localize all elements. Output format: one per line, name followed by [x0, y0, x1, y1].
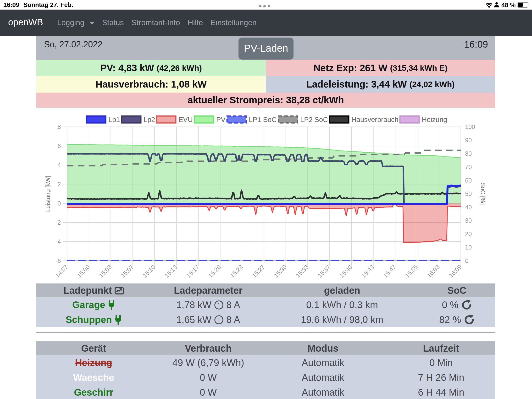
svg-text:0: 0	[58, 200, 61, 207]
svg-text:6: 6	[58, 143, 61, 149]
svg-text:15:03: 15:03	[98, 264, 113, 279]
svg-text:15:37: 15:37	[316, 264, 332, 279]
svg-text:1: 1	[217, 317, 221, 324]
svg-text:15:27: 15:27	[251, 264, 266, 279]
svg-text:90: 90	[465, 137, 472, 144]
svg-text:Leistung [kW]: Leistung [kW]	[44, 176, 51, 212]
svg-text:0: 0	[465, 257, 468, 264]
svg-text:2: 2	[58, 181, 61, 188]
svg-text:15:33: 15:33	[294, 264, 310, 279]
svg-text:4: 4	[58, 162, 61, 168]
svg-text:20: 20	[465, 231, 472, 237]
svg-text:Lp1: Lp1	[108, 116, 120, 123]
svg-text:8: 8	[58, 123, 61, 130]
svg-text:16:09: 16:09	[448, 264, 463, 279]
svg-text:Hausverbrauch: Hausverbrauch	[351, 116, 399, 123]
svg-text:Lp2: Lp2	[144, 116, 155, 123]
svg-text:15:07: 15:07	[119, 264, 135, 279]
svg-text:15:23: 15:23	[229, 264, 244, 279]
svg-text:15:13: 15:13	[163, 264, 178, 279]
svg-text:50: 50	[465, 190, 472, 197]
svg-text:15:17: 15:17	[185, 264, 200, 279]
svg-text:15:00: 15:00	[76, 264, 91, 279]
svg-text:15:40: 15:40	[338, 264, 354, 279]
svg-text:10: 10	[465, 244, 472, 251]
svg-text:-6: -6	[56, 257, 61, 264]
svg-text:PV: PV	[216, 116, 226, 123]
svg-text:15:10: 15:10	[141, 264, 157, 279]
svg-text:15:20: 15:20	[207, 264, 222, 279]
svg-text:80: 80	[465, 150, 472, 157]
svg-text:30: 30	[465, 217, 472, 224]
svg-text:14:57: 14:57	[54, 264, 69, 279]
svg-text:Heizung: Heizung	[422, 116, 447, 123]
svg-text:70: 70	[465, 164, 472, 170]
svg-text:16:03: 16:03	[425, 264, 441, 279]
svg-text:15:30: 15:30	[272, 264, 288, 279]
svg-text:15:55: 15:55	[404, 264, 419, 279]
svg-text:100: 100	[465, 123, 475, 130]
svg-text:60: 60	[465, 177, 472, 184]
svg-text:-2: -2	[56, 219, 61, 226]
svg-text:EVU: EVU	[178, 116, 193, 123]
svg-text:1: 1	[217, 302, 221, 309]
svg-text:15:43: 15:43	[360, 264, 375, 279]
svg-text:LP1 SoC: LP1 SoC	[249, 116, 277, 123]
svg-text:LP2 SoC: LP2 SoC	[300, 116, 328, 123]
svg-text:40: 40	[465, 204, 472, 210]
svg-text:-4: -4	[56, 238, 61, 245]
svg-text:SoC [%]: SoC [%]	[480, 183, 486, 205]
svg-text:15:47: 15:47	[382, 264, 397, 279]
